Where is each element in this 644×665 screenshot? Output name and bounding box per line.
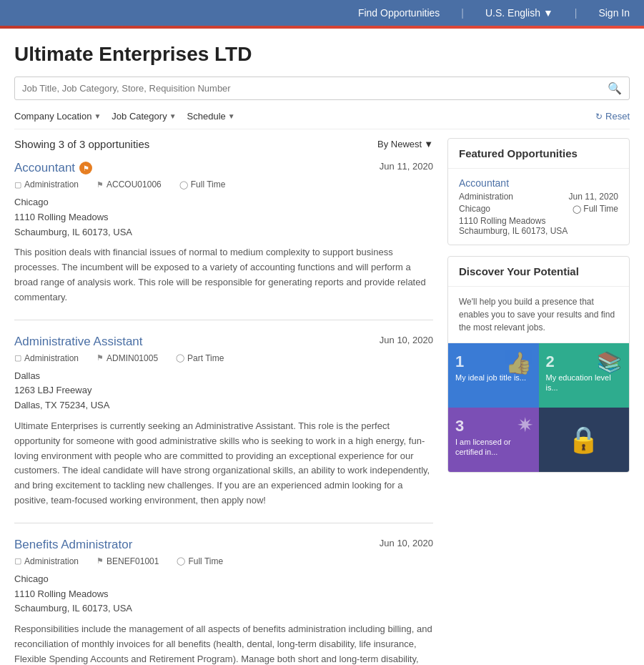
job-department: ▢ Administration <box>14 353 79 363</box>
tile3-label: I am licensed or certified in... <box>455 437 532 458</box>
job-date: Jun 10, 2020 <box>380 538 433 548</box>
clock-icon: ◯ <box>176 353 184 363</box>
job-requisition: ⚑ ADMIN01005 <box>96 353 158 363</box>
department-icon: ▢ <box>14 180 21 189</box>
lock-icon: 🔒 <box>568 425 600 455</box>
badge-icon: ✷ <box>517 413 533 437</box>
bookmark-icon: ⚑ <box>96 556 104 566</box>
tile2-number: 2 <box>546 354 555 370</box>
job-meta: ▢ Administration ⚑ ADMIN01005 ◯ Part Tim… <box>14 353 433 363</box>
search-bar: 🔍 <box>14 77 630 100</box>
job-title-link[interactable]: Accountant ⚑ <box>14 161 92 175</box>
featured-job-entry: Accountant Administration Jun 11, 2020 C… <box>448 169 629 245</box>
job-requisition: ⚑ ACCOU01006 <box>96 179 162 189</box>
sign-in-link[interactable]: Sign In <box>598 7 630 19</box>
featured-job-details: Administration Jun 11, 2020 <box>459 192 618 202</box>
tile-ideal-job[interactable]: 1 My ideal job title is... 👍 <box>448 343 539 408</box>
company-location-filter[interactable]: Company Location ▼ <box>14 111 101 122</box>
discover-title: Discover Your Potential <box>448 257 629 287</box>
job-title-link[interactable]: Administrative Assistant <box>14 335 143 349</box>
job-header: Administrative Assistant Jun 10, 2020 <box>14 335 433 349</box>
job-meta: ▢ Administration ⚑ BENEF01001 ◯ Full Tim… <box>14 556 433 566</box>
featured-job-location-row: Chicago ◯ Full Time <box>459 204 618 214</box>
left-column: Showing 3 of 3 opportunities By Newest ▼… <box>14 138 433 665</box>
featured-job-name[interactable]: Accountant <box>459 177 618 189</box>
reset-button[interactable]: ↻ Reset <box>595 111 630 122</box>
job-title-link[interactable]: Benefits Administrator <box>14 538 132 552</box>
tile-licensed[interactable]: 3 I am licensed or certified in... ✷ <box>448 408 539 472</box>
right-sidebar: Featured Opportunities Accountant Admini… <box>447 138 630 665</box>
job-category-filter[interactable]: Job Category ▼ <box>112 111 176 122</box>
nav-divider2: | <box>575 7 578 19</box>
job-description: This position deals with financial issue… <box>14 245 433 305</box>
discover-potential-card: Discover Your Potential We'll help you b… <box>447 256 630 473</box>
chevron-down-icon: ▼ <box>169 112 177 120</box>
chevron-down-icon: ▼ <box>228 112 235 120</box>
job-card-accountant: Accountant ⚑ Jun 11, 2020 ▢ Administrati… <box>14 161 433 320</box>
nav-divider: | <box>461 7 464 19</box>
results-header: Showing 3 of 3 opportunities By Newest ▼ <box>14 138 433 150</box>
job-description: Responsibilities include the management … <box>14 622 433 665</box>
tiles-grid: 1 My ideal job title is... 👍 2 My educat… <box>448 343 629 472</box>
job-meta: ▢ Administration ⚑ ACCOU01006 ◯ Full Tim… <box>14 179 433 189</box>
sort-button[interactable]: By Newest ▼ <box>377 139 433 149</box>
search-input[interactable] <box>22 83 608 94</box>
job-schedule: ◯ Full Time <box>177 556 223 566</box>
book-icon: 📚 <box>597 350 622 374</box>
department-icon: ▢ <box>14 353 21 363</box>
featured-opportunities-card: Featured Opportunities Accountant Admini… <box>447 138 630 245</box>
job-schedule: ◯ Full Time <box>179 179 226 189</box>
job-location: Dallas 1263 LBJ Freeway Dallas, TX 75234… <box>14 369 433 413</box>
clock-icon: ◯ <box>179 180 188 189</box>
tile2-label: My education level is... <box>546 373 623 393</box>
department-icon: ▢ <box>14 556 21 566</box>
schedule-filter[interactable]: Schedule ▼ <box>187 111 235 122</box>
tile1-number: 1 <box>455 354 464 370</box>
job-department: ▢ Administration <box>14 179 79 189</box>
featured-card-title: Featured Opportunities <box>448 139 629 169</box>
chevron-down-icon: ▼ <box>94 112 101 120</box>
tile-lock[interactable]: 🔒 <box>539 408 630 472</box>
clock-icon: ◯ <box>177 556 185 566</box>
page-wrapper: Ultimate Enterprises LTD 🔍 Company Locat… <box>0 29 644 665</box>
language-selector[interactable]: U.S. English ▼ <box>485 7 553 19</box>
find-opportunities-link[interactable]: Find Opportunities <box>358 7 440 19</box>
job-location: Chicago 1110 Rolling Meadows Schaumburg,… <box>14 195 433 240</box>
featured-job-address: 1110 Rolling Meadows Schaumburg, IL 6017… <box>459 216 618 236</box>
job-date: Jun 10, 2020 <box>380 335 433 345</box>
job-description: Ultimate Enterprises is currently seekin… <box>14 419 433 508</box>
clock-icon: ◯ <box>573 205 581 214</box>
reset-icon: ↻ <box>595 112 603 122</box>
job-header: Accountant ⚑ Jun 11, 2020 <box>14 161 433 175</box>
results-count: Showing 3 of 3 opportunities <box>14 138 149 150</box>
job-card-benefits-admin: Benefits Administrator Jun 10, 2020 ▢ Ad… <box>14 538 433 665</box>
job-date: Jun 11, 2020 <box>380 161 433 172</box>
main-layout: Showing 3 of 3 opportunities By Newest ▼… <box>14 138 630 665</box>
bookmark-icon: ⚑ <box>96 180 104 189</box>
job-location: Chicago 1110 Rolling Meadows Schaumburg,… <box>14 572 433 616</box>
job-department: ▢ Administration <box>14 556 79 566</box>
job-card-admin-assistant: Administrative Assistant Jun 10, 2020 ▢ … <box>14 335 433 523</box>
job-requisition: ⚑ BENEF01001 <box>96 556 159 566</box>
full-time-badge: ◯ Full Time <box>573 204 618 214</box>
job-header: Benefits Administrator Jun 10, 2020 <box>14 538 433 552</box>
job-schedule: ◯ Part Time <box>176 353 224 363</box>
bookmark-icon: ⚑ <box>96 353 104 363</box>
company-title: Ultimate Enterprises LTD <box>14 43 630 66</box>
featured-icon: ⚑ <box>79 162 92 174</box>
filters-row: Company Location ▼ Job Category ▼ Schedu… <box>14 111 630 129</box>
top-nav: Find Opportunities | U.S. English ▼ | Si… <box>0 0 644 26</box>
tile3-number: 3 <box>455 418 464 434</box>
discover-text: We'll help you build a presence that ena… <box>448 287 629 343</box>
search-icon[interactable]: 🔍 <box>608 82 622 95</box>
tile-education[interactable]: 2 My education level is... 📚 <box>539 343 630 408</box>
thumbs-up-icon: 👍 <box>505 350 532 375</box>
chevron-down-icon: ▼ <box>424 139 433 149</box>
